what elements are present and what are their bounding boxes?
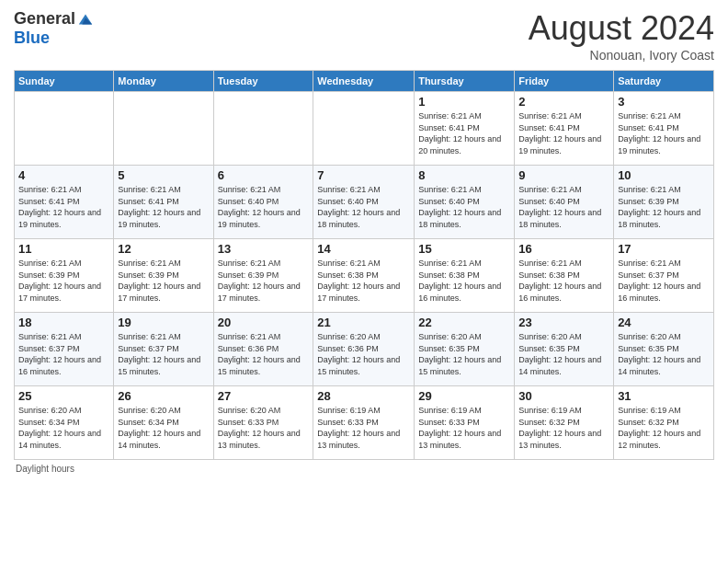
day-info: Sunrise: 6:20 AM Sunset: 6:35 PM Dayligh… — [518, 331, 609, 377]
col-saturday: Saturday — [614, 71, 714, 92]
day-number: 22 — [418, 316, 510, 329]
col-sunday: Sunday — [15, 71, 114, 92]
table-row: 6Sunrise: 6:21 AM Sunset: 6:40 PM Daylig… — [213, 166, 313, 239]
table-row: 7Sunrise: 6:21 AM Sunset: 6:40 PM Daylig… — [313, 166, 415, 239]
day-info: Sunrise: 6:19 AM Sunset: 6:32 PM Dayligh… — [618, 405, 710, 451]
day-info: Sunrise: 6:20 AM Sunset: 6:35 PM Dayligh… — [618, 331, 710, 377]
day-info: Sunrise: 6:20 AM Sunset: 6:34 PM Dayligh… — [18, 405, 109, 451]
day-info: Sunrise: 6:21 AM Sunset: 6:41 PM Dayligh… — [18, 184, 109, 230]
day-info: Sunrise: 6:21 AM Sunset: 6:41 PM Dayligh… — [418, 110, 510, 156]
day-number: 31 — [618, 389, 710, 403]
day-info: Sunrise: 6:21 AM Sunset: 6:37 PM Dayligh… — [118, 331, 209, 377]
day-number: 11 — [18, 242, 109, 256]
location-subtitle: Nonouan, Ivory Coast — [529, 48, 714, 63]
table-row: 30Sunrise: 6:19 AM Sunset: 6:32 PM Dayli… — [515, 386, 614, 460]
table-row: 1Sunrise: 6:21 AM Sunset: 6:41 PM Daylig… — [415, 92, 515, 166]
day-number: 1 — [418, 95, 510, 109]
table-row: 3Sunrise: 6:21 AM Sunset: 6:41 PM Daylig… — [614, 92, 714, 166]
title-section: August 2024 Nonouan, Ivory Coast — [529, 9, 714, 63]
day-info: Sunrise: 6:21 AM Sunset: 6:41 PM Dayligh… — [518, 110, 609, 156]
day-number: 3 — [618, 95, 710, 109]
table-row: 22Sunrise: 6:20 AM Sunset: 6:35 PM Dayli… — [415, 313, 515, 386]
day-number: 16 — [518, 242, 609, 256]
day-info: Sunrise: 6:21 AM Sunset: 6:40 PM Dayligh… — [218, 184, 310, 230]
calendar-table: Sunday Monday Tuesday Wednesday Thursday… — [14, 70, 714, 460]
table-row: 11Sunrise: 6:21 AM Sunset: 6:39 PM Dayli… — [15, 239, 114, 313]
calendar-week-row: 4Sunrise: 6:21 AM Sunset: 6:41 PM Daylig… — [15, 166, 714, 239]
day-info: Sunrise: 6:19 AM Sunset: 6:33 PM Dayligh… — [418, 405, 510, 451]
table-row — [313, 92, 415, 166]
day-number: 9 — [518, 168, 609, 182]
logo-general-text: General — [14, 9, 75, 29]
col-tuesday: Tuesday — [213, 71, 313, 92]
col-thursday: Thursday — [415, 71, 515, 92]
day-info: Sunrise: 6:21 AM Sunset: 6:40 PM Dayligh… — [317, 184, 410, 230]
table-row: 28Sunrise: 6:19 AM Sunset: 6:33 PM Dayli… — [313, 386, 415, 460]
day-info: Sunrise: 6:21 AM Sunset: 6:36 PM Dayligh… — [218, 331, 310, 377]
day-number: 14 — [317, 242, 410, 256]
day-number: 12 — [118, 242, 209, 256]
col-friday: Friday — [515, 71, 614, 92]
day-info: Sunrise: 6:21 AM Sunset: 6:38 PM Dayligh… — [317, 258, 410, 304]
logo-blue-text: Blue — [14, 29, 50, 48]
day-info: Sunrise: 6:20 AM Sunset: 6:35 PM Dayligh… — [418, 331, 510, 377]
day-info: Sunrise: 6:21 AM Sunset: 6:37 PM Dayligh… — [618, 258, 710, 304]
day-number: 20 — [218, 316, 310, 329]
day-info: Sunrise: 6:21 AM Sunset: 6:37 PM Dayligh… — [18, 331, 109, 377]
table-row: 26Sunrise: 6:20 AM Sunset: 6:34 PM Dayli… — [114, 386, 213, 460]
day-info: Sunrise: 6:20 AM Sunset: 6:36 PM Dayligh… — [317, 331, 410, 377]
day-info: Sunrise: 6:19 AM Sunset: 6:32 PM Dayligh… — [518, 405, 609, 451]
day-number: 21 — [317, 316, 410, 329]
calendar-header-row: Sunday Monday Tuesday Wednesday Thursday… — [15, 71, 714, 92]
table-row: 17Sunrise: 6:21 AM Sunset: 6:37 PM Dayli… — [614, 239, 714, 313]
table-row: 9Sunrise: 6:21 AM Sunset: 6:40 PM Daylig… — [515, 166, 614, 239]
table-row — [15, 92, 114, 166]
table-row: 12Sunrise: 6:21 AM Sunset: 6:39 PM Dayli… — [114, 239, 213, 313]
page-header: General Blue August 2024 Nonouan, Ivory … — [14, 9, 714, 63]
table-row — [114, 92, 213, 166]
day-info: Sunrise: 6:21 AM Sunset: 6:38 PM Dayligh… — [418, 258, 510, 304]
day-number: 8 — [418, 168, 510, 182]
table-row: 24Sunrise: 6:20 AM Sunset: 6:35 PM Dayli… — [614, 313, 714, 386]
col-wednesday: Wednesday — [313, 71, 415, 92]
day-info: Sunrise: 6:21 AM Sunset: 6:39 PM Dayligh… — [18, 258, 109, 304]
day-number: 26 — [118, 389, 209, 403]
calendar-week-row: 11Sunrise: 6:21 AM Sunset: 6:39 PM Dayli… — [15, 239, 714, 313]
day-number: 29 — [418, 389, 510, 403]
table-row: 18Sunrise: 6:21 AM Sunset: 6:37 PM Dayli… — [15, 313, 114, 386]
day-info: Sunrise: 6:21 AM Sunset: 6:39 PM Dayligh… — [118, 258, 209, 304]
day-info: Sunrise: 6:21 AM Sunset: 6:41 PM Dayligh… — [118, 184, 209, 230]
day-info: Sunrise: 6:20 AM Sunset: 6:34 PM Dayligh… — [118, 405, 209, 451]
day-number: 30 — [518, 389, 609, 403]
logo: General Blue — [14, 9, 94, 48]
day-info: Sunrise: 6:21 AM Sunset: 6:40 PM Dayligh… — [418, 184, 510, 230]
table-row: 16Sunrise: 6:21 AM Sunset: 6:38 PM Dayli… — [515, 239, 614, 313]
day-number: 23 — [518, 316, 609, 329]
calendar-week-row: 1Sunrise: 6:21 AM Sunset: 6:41 PM Daylig… — [15, 92, 714, 166]
table-row: 13Sunrise: 6:21 AM Sunset: 6:39 PM Dayli… — [213, 239, 313, 313]
table-row: 23Sunrise: 6:20 AM Sunset: 6:35 PM Dayli… — [515, 313, 614, 386]
table-row: 4Sunrise: 6:21 AM Sunset: 6:41 PM Daylig… — [15, 166, 114, 239]
calendar-week-row: 18Sunrise: 6:21 AM Sunset: 6:37 PM Dayli… — [15, 313, 714, 386]
table-row: 31Sunrise: 6:19 AM Sunset: 6:32 PM Dayli… — [614, 386, 714, 460]
table-row: 25Sunrise: 6:20 AM Sunset: 6:34 PM Dayli… — [15, 386, 114, 460]
table-row — [213, 92, 313, 166]
col-monday: Monday — [114, 71, 213, 92]
table-row: 14Sunrise: 6:21 AM Sunset: 6:38 PM Dayli… — [313, 239, 415, 313]
day-number: 4 — [18, 168, 109, 182]
day-info: Sunrise: 6:19 AM Sunset: 6:33 PM Dayligh… — [317, 405, 410, 451]
day-number: 10 — [618, 168, 710, 182]
table-row: 21Sunrise: 6:20 AM Sunset: 6:36 PM Dayli… — [313, 313, 415, 386]
table-row: 2Sunrise: 6:21 AM Sunset: 6:41 PM Daylig… — [515, 92, 614, 166]
table-row: 27Sunrise: 6:20 AM Sunset: 6:33 PM Dayli… — [213, 386, 313, 460]
month-title: August 2024 — [529, 9, 714, 48]
table-row: 8Sunrise: 6:21 AM Sunset: 6:40 PM Daylig… — [415, 166, 515, 239]
day-number: 15 — [418, 242, 510, 256]
day-number: 6 — [218, 168, 310, 182]
table-row: 19Sunrise: 6:21 AM Sunset: 6:37 PM Dayli… — [114, 313, 213, 386]
day-info: Sunrise: 6:21 AM Sunset: 6:40 PM Dayligh… — [518, 184, 609, 230]
calendar-week-row: 25Sunrise: 6:20 AM Sunset: 6:34 PM Dayli… — [15, 386, 714, 460]
day-info: Sunrise: 6:21 AM Sunset: 6:38 PM Dayligh… — [518, 258, 609, 304]
table-row: 15Sunrise: 6:21 AM Sunset: 6:38 PM Dayli… — [415, 239, 515, 313]
day-info: Sunrise: 6:21 AM Sunset: 6:39 PM Dayligh… — [618, 184, 710, 230]
